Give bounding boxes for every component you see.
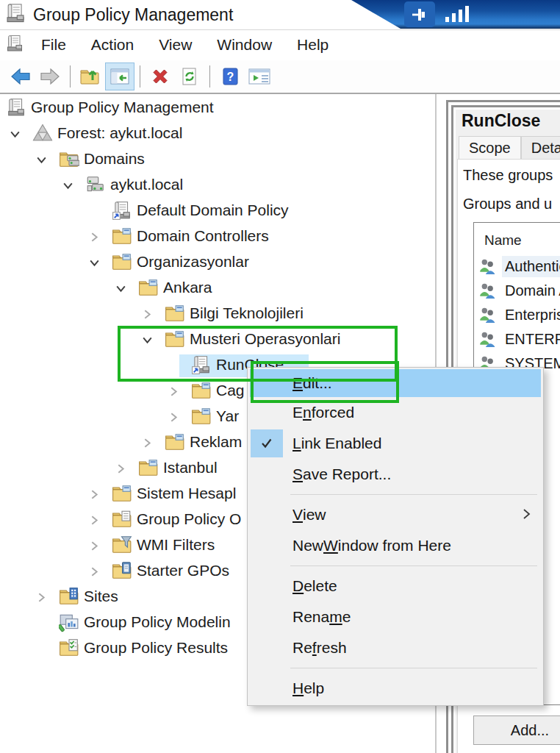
tree-item-domains[interactable]: Domains — [0, 147, 435, 173]
pin-icon[interactable] — [404, 1, 435, 27]
menu-item-save-report[interactable]: Save Report... — [248, 459, 543, 490]
ou-icon — [112, 483, 132, 507]
results-icon — [59, 638, 79, 661]
signal-bars-icon — [445, 6, 469, 22]
chevron-right-icon[interactable] — [35, 591, 48, 607]
tree-item-ankara[interactable]: Ankara — [0, 276, 435, 301]
chevron-right-icon[interactable] — [88, 488, 101, 504]
tree-item-label: Group Policy O — [137, 510, 241, 528]
menu-help[interactable]: Help — [284, 33, 341, 57]
ou-icon — [112, 226, 132, 249]
right-pane-border-outer-top — [446, 100, 560, 102]
tab-details[interactable]: Deta — [521, 136, 560, 160]
tree-item-label: Ankara — [163, 279, 212, 296]
help-icon[interactable]: ? — [215, 63, 245, 90]
add-button[interactable]: Add... — [473, 715, 560, 745]
up-one-level-icon[interactable] — [76, 63, 105, 90]
submenu-arrow-icon — [521, 507, 531, 525]
gpofolder-icon — [112, 509, 132, 532]
chevron-down-icon[interactable] — [35, 154, 48, 169]
menu-item-refresh[interactable]: Refresh — [248, 632, 543, 663]
starter-icon — [112, 560, 132, 584]
action-pane-icon[interactable] — [245, 63, 274, 90]
member-row-enterp[interactable]: ENTERP — [474, 328, 560, 352]
tree-item-default-domain-policy[interactable]: Default Domain Policy — [0, 199, 435, 224]
chevron-right-icon[interactable] — [168, 411, 180, 427]
refresh-icon[interactable] — [175, 63, 204, 90]
tree-item-group-policy-management[interactable]: Group Policy Management — [0, 96, 435, 121]
toolbar-separator — [140, 65, 140, 88]
chevron-down-icon[interactable] — [115, 282, 127, 298]
chevron-down-icon[interactable] — [88, 257, 101, 272]
tree-item-label: Bilgi Teknolojileri — [190, 304, 304, 322]
chevron-right-icon[interactable] — [88, 231, 101, 246]
chevron-down-icon[interactable] — [9, 128, 21, 143]
menu-item-enforced[interactable]: Enforced — [248, 397, 543, 428]
tree-item-label: Group Policy Modelin — [84, 613, 231, 631]
group-icon — [478, 257, 496, 278]
console-tree-toggle-icon[interactable] — [105, 63, 134, 90]
chevron-right-icon[interactable] — [141, 308, 154, 324]
chevron-right-icon[interactable] — [88, 514, 101, 529]
tree-item-forest-aykut-local[interactable]: Forest: aykut.local — [0, 121, 435, 147]
checkmark-icon — [251, 429, 283, 457]
menu-item-view[interactable]: View — [248, 499, 543, 530]
menu-separator — [290, 565, 537, 566]
chevron-down-icon[interactable] — [62, 179, 74, 195]
chevron-down-icon[interactable] — [141, 334, 154, 349]
chevron-right-icon[interactable] — [168, 385, 180, 401]
menu-view[interactable]: View — [146, 33, 204, 57]
member-name: Enterpris — [505, 307, 560, 324]
member-row-domain-a[interactable]: Domain A — [474, 279, 560, 304]
member-name: Authentic — [505, 258, 560, 275]
tree-item-label: Starter GPOs — [137, 562, 229, 579]
chevron-right-icon[interactable] — [141, 437, 154, 452]
delete-icon[interactable] — [146, 63, 175, 90]
tree-item-organizasyonlar[interactable]: Organizasyonlar — [0, 250, 435, 276]
gpo-title: RunClose — [462, 111, 540, 131]
window-title: Group Policy Management — [33, 5, 233, 25]
tree-item-label: Istanbul — [163, 459, 218, 477]
ou-icon — [191, 380, 212, 404]
name-column-header[interactable]: Name — [484, 232, 522, 249]
menu-separator — [290, 494, 537, 495]
chevron-right-icon[interactable] — [88, 565, 101, 581]
menu-item-help[interactable]: Help — [248, 673, 543, 704]
member-row-enterpris[interactable]: Enterpris — [474, 304, 560, 328]
domain-icon — [85, 174, 106, 198]
menu-window[interactable]: Window — [204, 33, 284, 57]
wmi-icon — [112, 535, 132, 558]
menu-item-delete[interactable]: Delete — [248, 571, 543, 602]
ou-icon — [138, 277, 159, 301]
tab-scope[interactable]: Scope — [459, 136, 521, 160]
right-pane-border-inner-top — [451, 105, 560, 107]
gpm-snapin-icon — [5, 34, 24, 56]
tree-item-label: Musteri Operasyonlari — [190, 330, 340, 348]
menu-item-new-window-from-here[interactable]: New Window from Here — [248, 530, 543, 561]
member-name: ENTERP — [505, 331, 560, 348]
tree-item-domain-controllers[interactable]: Domain Controllers — [0, 224, 435, 250]
menu-action[interactable]: Action — [79, 33, 146, 57]
back-icon[interactable] — [6, 63, 35, 90]
ou-icon — [191, 406, 212, 429]
menu-item-edit[interactable]: Edit... — [250, 369, 541, 397]
tree-item-bilgi-teknolojileri[interactable]: Bilgi Teknolojileri — [0, 301, 435, 327]
groups-and-users-label: Groups and u — [463, 196, 552, 213]
member-row-authentic[interactable]: Authentic — [474, 255, 560, 279]
menu-file[interactable]: File — [29, 33, 79, 57]
chevron-right-icon[interactable] — [88, 540, 101, 555]
group-policy-management-window: Group Policy Management File Action View… — [0, 0, 560, 753]
toolbar-separator — [70, 65, 71, 88]
tab-bar: Scope Deta — [459, 136, 560, 160]
chevron-right-icon[interactable] — [115, 463, 127, 478]
ou-icon — [165, 432, 185, 455]
forward-icon[interactable] — [35, 63, 65, 90]
tree-item-aykut-local[interactable]: aykut.local — [0, 173, 435, 199]
sites-icon — [59, 586, 79, 610]
gpo-icon — [191, 354, 212, 378]
tree-item-label: Sistem Hesapl — [137, 485, 236, 502]
menu-item-link-enabled[interactable]: Link Enabled — [248, 428, 543, 459]
menu-item-rename[interactable]: Rename — [248, 602, 543, 632]
tree-item-musteri-operasyonlari[interactable]: Musteri Operasyonlari — [0, 327, 435, 353]
gpo-icon — [112, 200, 132, 224]
